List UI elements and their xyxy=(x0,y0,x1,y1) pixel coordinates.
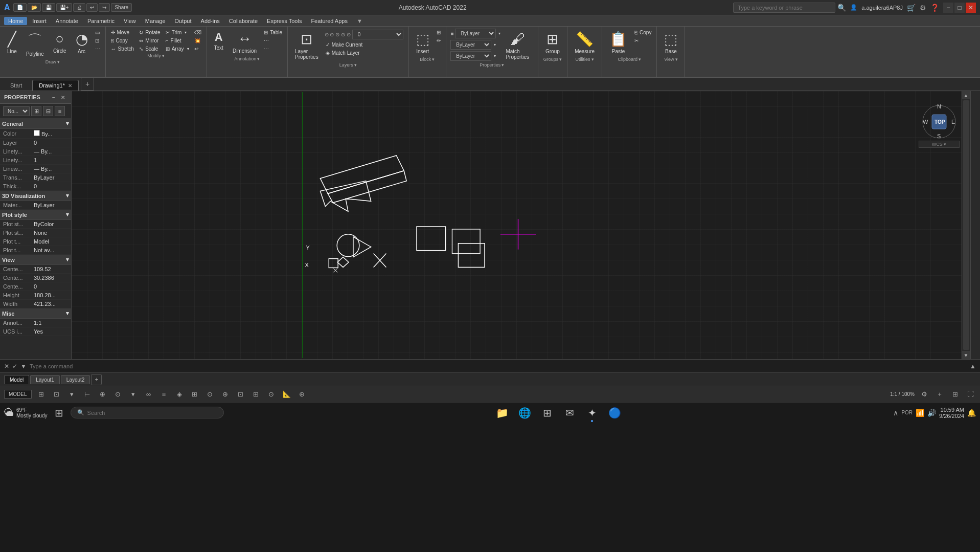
taskbar-app-store[interactable]: ⊞ xyxy=(537,403,557,423)
plotstyle-section-header[interactable]: Plot style ▾ xyxy=(0,210,71,220)
object-filter-select[interactable]: No... xyxy=(3,106,30,116)
base-btn[interactable]: ⬚ Base xyxy=(660,29,681,56)
arc-btn[interactable]: ◔ Arc xyxy=(72,29,92,56)
undo-small-btn[interactable]: ↩ xyxy=(192,45,203,53)
rectangle-btn[interactable]: ▭ xyxy=(93,29,102,36)
insert-btn[interactable]: ⬚ Insert xyxy=(412,29,434,56)
keyword-search-input[interactable] xyxy=(733,3,835,13)
menu-parametric[interactable]: Parametric xyxy=(83,17,119,25)
hatch-btn[interactable]: ⊡ xyxy=(93,37,102,45)
selection-cycling-btn[interactable]: ⊞ xyxy=(189,389,200,400)
weather-widget[interactable]: 🌥 69°F Mostly cloudy xyxy=(4,407,48,418)
erase-btn[interactable]: ⌫ xyxy=(192,29,203,36)
save-as-btn[interactable]: 💾+ xyxy=(56,3,73,12)
annotation-more-btn[interactable]: ⋯ xyxy=(262,37,284,45)
menu-output[interactable]: Output xyxy=(171,17,196,25)
show-hidden-icons-btn[interactable]: ∧ xyxy=(893,409,898,417)
linetype-select[interactable]: ByLayer xyxy=(450,40,491,50)
layer-select[interactable]: 0 xyxy=(352,30,403,39)
open-btn[interactable]: 📂 xyxy=(28,3,41,12)
undo-btn[interactable]: ↩ xyxy=(86,3,98,12)
scale-btn[interactable]: ⤡ Scale xyxy=(137,45,162,53)
drawing-canvas[interactable]: Y X xyxy=(72,91,970,359)
modify-group-title[interactable]: Modify ▾ xyxy=(145,53,167,59)
new-tab-btn[interactable]: + xyxy=(81,77,94,91)
paste-btn[interactable]: 📋 Paste xyxy=(605,29,631,56)
annotation-monitor-btn[interactable]: ⊙ xyxy=(266,389,277,400)
groups-group-title[interactable]: Groups ▾ xyxy=(541,56,564,62)
ortho-btn[interactable]: ⊢ xyxy=(82,389,93,400)
match-properties-btn[interactable]: 🖌 MatchProperties xyxy=(502,29,533,62)
isometric-btn[interactable]: ⊙ xyxy=(112,389,124,400)
close-btn[interactable]: ✕ xyxy=(966,3,976,13)
general-section-header[interactable]: General ▾ xyxy=(0,119,71,129)
3dosnap-btn[interactable]: ⊙ xyxy=(204,389,216,400)
rotate-btn[interactable]: ↻ Rotate xyxy=(137,29,162,36)
scroll-down-btn[interactable]: ▼ xyxy=(962,351,970,359)
tab-close-btn[interactable]: ✕ xyxy=(68,83,72,89)
create-block-btn[interactable]: ⊞ xyxy=(435,29,443,36)
view-group-title[interactable]: View ▾ xyxy=(662,56,679,62)
settings-status-btn[interactable]: ⚙ xyxy=(919,389,930,400)
menu-collaborate[interactable]: Collaborate xyxy=(225,17,262,25)
taskbar-search[interactable]: 🔍 xyxy=(71,407,224,418)
quickprops-btn[interactable]: ⊞ xyxy=(250,389,262,400)
scroll-up-btn[interactable]: ▲ xyxy=(962,91,970,99)
menu-insert[interactable]: Insert xyxy=(28,17,51,25)
block-editor-btn[interactable]: ✏ xyxy=(435,37,443,45)
taskbar-app-chrome[interactable]: 🔵 xyxy=(604,403,625,423)
lineweight-btn[interactable]: ≡ xyxy=(158,389,170,400)
scroll-thumb[interactable] xyxy=(963,100,969,350)
clipboard-group-title[interactable]: Clipboard ▾ xyxy=(616,56,643,62)
prop-toggle-btn3[interactable]: ≡ xyxy=(55,106,65,116)
menu-expresstools[interactable]: Express Tools xyxy=(263,17,306,25)
trim-btn[interactable]: ✂ Trim▾ xyxy=(164,29,191,36)
cmd-check-btn[interactable]: ✓ xyxy=(12,363,17,370)
make-current-btn[interactable]: ✓ Make Current xyxy=(324,41,405,49)
properties-minimize-btn[interactable]: − xyxy=(50,93,58,101)
transparency-status-btn[interactable]: ◈ xyxy=(174,389,185,400)
cut-btn[interactable]: ✂ xyxy=(632,37,653,45)
menu-view[interactable]: View xyxy=(120,17,140,25)
properties-group-title[interactable]: Properties ▾ xyxy=(477,62,506,68)
add-layout-btn[interactable]: + xyxy=(91,374,102,385)
units-btn[interactable]: 📐 xyxy=(281,389,292,400)
add-status-btn[interactable]: + xyxy=(934,389,945,400)
menu-manage[interactable]: Manage xyxy=(141,17,170,25)
fillet-btn[interactable]: ⌐ Fillet xyxy=(164,37,191,45)
layers-group-title[interactable]: Layers ▾ xyxy=(337,62,359,68)
rapid-ert-btn[interactable]: ⊕ xyxy=(297,389,308,400)
copy-clip-btn[interactable]: ⎘ Copy xyxy=(632,29,653,36)
cmd-x-btn[interactable]: ✕ xyxy=(4,363,9,370)
taskbar-search-input[interactable] xyxy=(87,410,217,416)
taskbar-app-explorer[interactable]: 📁 xyxy=(492,403,512,423)
mirror-btn[interactable]: ⇔ Mirror xyxy=(137,37,162,45)
fullscreen-btn[interactable]: ⛶ xyxy=(965,389,976,400)
otrack-btn[interactable]: ∞ xyxy=(143,389,154,400)
print-btn[interactable]: 🖨 xyxy=(73,3,85,12)
layer-properties-btn[interactable]: ⊡ LayerProperties xyxy=(291,29,323,62)
layout1-tab[interactable]: Layout1 xyxy=(30,375,60,384)
windows-start-btn[interactable]: ⊞ xyxy=(51,405,67,421)
dynmode-btn[interactable]: ⊡ xyxy=(235,389,246,400)
block-group-title[interactable]: Block ▾ xyxy=(418,56,437,62)
osnap-dropdown-btn[interactable]: ▾ xyxy=(128,389,139,400)
minimize-btn[interactable]: − xyxy=(943,3,953,13)
prop-toggle-btn2[interactable]: ⊟ xyxy=(43,106,53,116)
dynucs-btn[interactable]: ⊕ xyxy=(220,389,231,400)
polar-btn[interactable]: ⊕ xyxy=(97,389,108,400)
prop-toggle-btn1[interactable]: ⊞ xyxy=(31,106,41,116)
color-select[interactable]: ByLayer xyxy=(455,29,496,38)
explode-btn[interactable]: 💥 xyxy=(192,37,203,45)
new-btn[interactable]: 📄 xyxy=(13,3,27,12)
array-btn[interactable]: ⊞ Array▾ xyxy=(164,45,191,53)
taskbar-app-mail[interactable]: ✉ xyxy=(559,403,580,423)
properties-close-btn[interactable]: ✕ xyxy=(59,93,67,101)
dimension-btn[interactable]: ↔ Dimension xyxy=(229,29,261,56)
copy-btn[interactable]: ⎘ Copy xyxy=(109,37,136,45)
menu-home[interactable]: Home xyxy=(4,17,27,25)
taskbar-app-edge[interactable]: 🌐 xyxy=(514,403,535,423)
measure-btn[interactable]: 📏 Measure xyxy=(571,29,599,56)
workspace-btn[interactable]: ⊞ xyxy=(949,389,961,400)
3d-section-header[interactable]: 3D Visualization ▾ xyxy=(0,191,71,201)
